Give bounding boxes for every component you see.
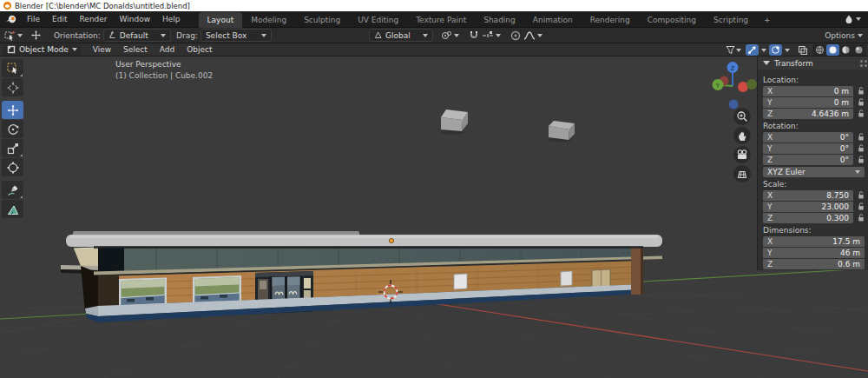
menu-select[interactable]: Select [117, 45, 154, 54]
viewport-menus: View Select Add Object [87, 45, 219, 54]
lock-icon[interactable] [853, 109, 865, 118]
drag-label: Drag: [176, 31, 198, 40]
chevron-down-icon[interactable] [785, 49, 790, 52]
location-y-field[interactable]: Y 0 m [763, 97, 853, 108]
rotation-x-field[interactable]: X 0° [763, 132, 853, 143]
lock-icon[interactable] [853, 202, 865, 211]
gizmo-minus-y-ball[interactable] [746, 79, 757, 90]
tab-layout[interactable]: Layout [199, 12, 243, 28]
chevron-down-icon [855, 170, 860, 174]
menu-window[interactable]: Window [114, 11, 157, 27]
lock-icon[interactable] [853, 144, 865, 153]
toolbar [2, 59, 23, 218]
location-z-field[interactable]: Z 4.6436 m [763, 109, 853, 119]
tool-transform[interactable] [2, 158, 23, 176]
transform-panel-header[interactable]: Transform [758, 56, 868, 70]
tab-animation[interactable]: Animation [524, 12, 582, 28]
tab-scripting[interactable]: Scripting [705, 12, 757, 28]
chevron-down-icon [496, 34, 501, 37]
navigation-gizmo[interactable]: Y Z [707, 52, 764, 113]
scale-z-field[interactable]: Z 0.300 [763, 213, 853, 223]
dimensions-y-field[interactable]: Y 46 m [763, 248, 865, 258]
scale-y-field[interactable]: Y 23.000 [763, 202, 853, 212]
viewport-nav-buttons [733, 108, 751, 182]
lock-icon[interactable] [853, 87, 865, 96]
tab-rendering[interactable]: Rendering [582, 12, 639, 28]
orientation-dropdown[interactable]: Default [103, 29, 171, 42]
camera-view-button[interactable] [733, 146, 751, 163]
blender-app-icon[interactable] [5, 14, 17, 24]
blender-window: Blender [C:\blender\MC Donalds\untitled.… [0, 0, 868, 378]
scale-x-field[interactable]: X 8.750 [763, 190, 853, 201]
dimensions-z-field[interactable]: Z 0.6 m [763, 259, 865, 269]
tweak-move-icon[interactable] [30, 30, 42, 41]
tool-select-box[interactable] [2, 59, 23, 77]
chevron-down-icon [261, 34, 266, 37]
lock-icon[interactable] [853, 214, 865, 222]
pan-hand-button[interactable] [733, 127, 751, 144]
proportional-editing-icon[interactable] [510, 30, 521, 41]
menu-render[interactable]: Render [74, 11, 114, 27]
rotation-mode-dropdown[interactable]: XYZ Euler [763, 167, 865, 177]
roof-slab-object[interactable] [66, 235, 662, 249]
chevron-down-icon[interactable] [761, 49, 766, 52]
perspective-toggle-button[interactable] [733, 165, 751, 182]
tab-sculpting[interactable]: Sculpting [295, 12, 349, 28]
shading-rendered-button[interactable] [852, 44, 865, 56]
options-button[interactable]: Options [825, 31, 855, 40]
xray-toggle[interactable] [796, 44, 810, 56]
tool-cursor[interactable] [2, 78, 23, 96]
chevron-down-icon [858, 34, 863, 37]
top-menu-bar: File Edit Render Window Help Layout Mode… [0, 11, 868, 28]
snap-settings-dropdown[interactable] [482, 30, 501, 41]
tool-rotate[interactable] [2, 120, 23, 138]
tool-move[interactable] [2, 101, 23, 119]
location-x-field[interactable]: X 0 m [763, 86, 853, 96]
rotation-z-field[interactable]: Z 0° [763, 155, 853, 165]
tab-shading[interactable]: Shading [475, 12, 524, 28]
shading-solid-button[interactable] [826, 44, 839, 56]
rotation-y-field[interactable]: Y 0° [763, 143, 853, 154]
tool-scale[interactable] [2, 139, 23, 157]
menu-edit[interactable]: Edit [46, 11, 73, 27]
menu-file[interactable]: File [21, 11, 46, 27]
menu-help[interactable]: Help [156, 11, 187, 27]
shading-mode-group [812, 44, 866, 56]
pivot-point-dropdown[interactable] [441, 30, 459, 41]
lock-icon[interactable] [853, 133, 865, 142]
blender-logo-icon [3, 2, 11, 10]
mode-dropdown[interactable]: Object Mode [3, 44, 82, 56]
active-tool-icon[interactable] [4, 30, 23, 41]
tab-texture-paint[interactable]: Texture Paint [407, 12, 475, 28]
show-overlays-toggle[interactable] [769, 44, 782, 56]
tool-annotate[interactable] [2, 181, 23, 199]
shading-wireframe-button[interactable] [813, 44, 826, 56]
menu-object[interactable]: Object [181, 45, 218, 54]
snap-toggle-icon[interactable] [469, 30, 479, 41]
tab-uv-editing[interactable]: UV Editing [349, 12, 407, 28]
shading-material-button[interactable] [839, 44, 852, 56]
tab-compositing[interactable]: Compositing [639, 12, 705, 28]
viewport-info-text: User Perspective (1) Collection | Cube.0… [115, 59, 213, 82]
menu-view[interactable]: View [87, 45, 117, 54]
tab-modeling[interactable]: Modeling [242, 12, 295, 28]
title-bar: Blender [C:\blender\MC Donalds\untitled.… [0, 0, 868, 11]
status-icon[interactable] [844, 14, 854, 24]
add-workspace-button[interactable]: + [757, 12, 778, 28]
lock-icon[interactable] [853, 98, 865, 107]
proportional-falloff-dropdown[interactable] [523, 30, 542, 41]
zoom-button[interactable] [733, 108, 751, 125]
tool-measure[interactable] [2, 200, 23, 218]
chevron-down-icon [161, 34, 166, 37]
lock-icon[interactable] [853, 191, 865, 200]
menu-add[interactable]: Add [154, 45, 181, 54]
scale-label: Scale: [763, 180, 865, 189]
dimensions-x-field[interactable]: X 17.5 m [763, 236, 865, 247]
drag-dropdown[interactable]: Select Box [201, 29, 272, 42]
transform-orientation-dropdown[interactable]: Global [369, 29, 433, 42]
chevron-down-icon[interactable] [856, 17, 861, 21]
dimensions-label: Dimensions: [763, 226, 865, 235]
corner-glass [98, 248, 124, 273]
panel-grip-icon[interactable] [860, 60, 863, 63]
lock-icon[interactable] [853, 156, 865, 164]
